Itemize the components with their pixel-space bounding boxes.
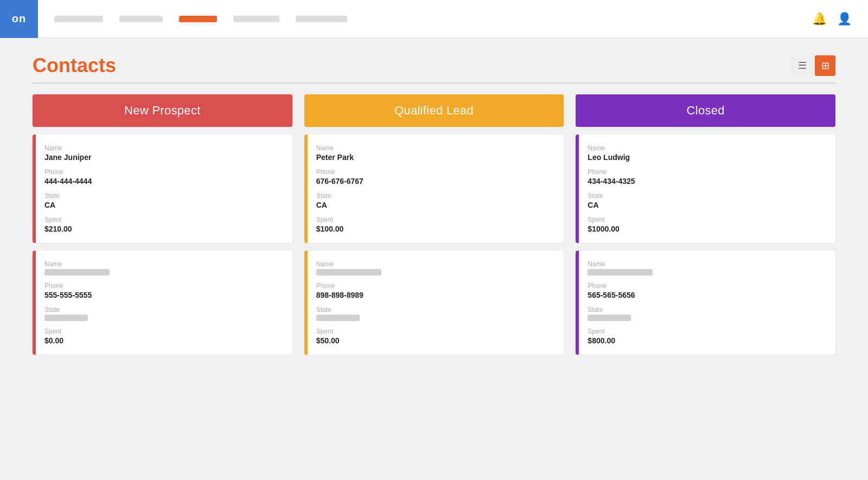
spent-label: Spent — [588, 216, 826, 223]
card-state-field: State CA — [316, 192, 554, 209]
name-label: Name — [588, 144, 826, 152]
phone-label: Phone — [316, 168, 554, 176]
card-spent-field: Spent $1000.00 — [588, 216, 826, 233]
phone-value: 555-555-5555 — [44, 291, 283, 299]
nav-items — [38, 16, 812, 22]
card-state-field: State CA — [44, 192, 283, 209]
column-header-qualified-lead[interactable]: Qualified Lead — [304, 94, 564, 127]
card-phone-field: Phone 444-444-4444 — [44, 168, 283, 185]
card-name-field: Name — [44, 260, 283, 276]
nav-item-5[interactable] — [296, 16, 347, 22]
phone-value: 565-565-5656 — [588, 291, 826, 299]
logo[interactable]: on — [0, 0, 38, 38]
name-placeholder — [316, 269, 381, 276]
name-value: Leo Ludwig — [588, 153, 826, 162]
spent-value: $210.00 — [44, 225, 283, 233]
spent-label: Spent — [316, 328, 554, 335]
top-navigation: on 🔔 👤 — [0, 0, 868, 38]
column-header-new-prospect[interactable]: New Prospect — [33, 94, 292, 127]
spent-label: Spent — [44, 328, 283, 335]
spent-label: Spent — [316, 216, 554, 223]
card-spent-field: Spent $50.00 — [316, 328, 554, 345]
phone-label: Phone — [316, 282, 554, 290]
spent-label: Spent — [588, 328, 826, 335]
column-header-closed[interactable]: Closed — [576, 94, 835, 127]
nav-item-1[interactable] — [54, 16, 103, 22]
column-label-new-prospect: New Prospect — [124, 104, 201, 118]
phone-value: 676-676-6767 — [316, 177, 554, 185]
list-view-button[interactable]: ☰ — [792, 55, 813, 76]
phone-value: 444-444-4444 — [44, 177, 283, 185]
card-name-field: Name — [588, 260, 826, 276]
nav-item-3[interactable] — [179, 16, 217, 22]
nav-icons: 🔔 👤 — [812, 11, 868, 27]
grid-view-button[interactable]: ⊞ — [815, 55, 835, 76]
name-label: Name — [316, 144, 554, 152]
state-placeholder — [588, 315, 631, 321]
spent-label: Spent — [44, 216, 283, 223]
card-phone-field: Phone 676-676-6767 — [316, 168, 554, 185]
spent-value: $800.00 — [588, 336, 826, 345]
state-label: State — [316, 306, 554, 313]
state-placeholder — [316, 315, 360, 321]
phone-value: 898-898-8989 — [316, 291, 554, 299]
spent-value: $1000.00 — [588, 225, 826, 233]
state-placeholder — [44, 315, 88, 321]
card-state-field: State CA — [588, 192, 826, 209]
column-qualified-lead: Qualified Lead Name Peter Park Phone 676… — [304, 94, 564, 362]
state-label: State — [588, 306, 826, 313]
card-phone-field: Phone 555-555-5555 — [44, 282, 283, 299]
state-value: CA — [316, 201, 554, 209]
phone-value: 434-434-4325 — [588, 177, 826, 185]
name-label: Name — [44, 260, 283, 268]
card-jane-juniper[interactable]: Name Jane Juniper Phone 444-444-4444 Sta… — [33, 135, 292, 243]
state-value: CA — [588, 201, 826, 209]
card-phone-field: Phone 565-565-5656 — [588, 282, 826, 299]
card-placeholder-3[interactable]: Name Phone 565-565-5656 State Spent $800… — [576, 251, 835, 355]
phone-label: Phone — [588, 168, 826, 176]
page-title: Contacts — [33, 54, 116, 77]
name-placeholder — [588, 269, 653, 276]
card-name-field: Name Leo Ludwig — [588, 144, 826, 162]
card-name-field: Name Jane Juniper — [44, 144, 283, 162]
view-toggle-group: ☰ ⊞ — [792, 55, 835, 76]
card-placeholder-1[interactable]: Name Phone 555-555-5555 State Spent $0.0… — [33, 251, 292, 355]
name-label: Name — [588, 260, 826, 268]
phone-label: Phone — [44, 282, 283, 290]
notification-icon[interactable]: 🔔 — [812, 11, 827, 27]
nav-item-4[interactable] — [233, 16, 279, 22]
card-phone-field: Phone 434-434-4325 — [588, 168, 826, 185]
state-label: State — [588, 192, 826, 200]
nav-item-2[interactable] — [119, 16, 163, 22]
column-label-closed: Closed — [687, 104, 725, 118]
card-leo-ludwig[interactable]: Name Leo Ludwig Phone 434-434-4325 State… — [576, 135, 835, 243]
spent-value: $50.00 — [316, 336, 554, 345]
column-label-qualified-lead: Qualified Lead — [394, 104, 474, 118]
card-spent-field: Spent $100.00 — [316, 216, 554, 233]
state-label: State — [44, 192, 283, 200]
card-name-field: Name — [316, 260, 554, 276]
name-label: Name — [316, 260, 554, 268]
card-spent-field: Spent $800.00 — [588, 328, 826, 345]
card-spent-field: Spent $210.00 — [44, 216, 283, 233]
column-new-prospect: New Prospect Name Jane Juniper Phone 444… — [33, 94, 292, 362]
card-state-field: State — [44, 306, 283, 321]
main-content: Contacts ☰ ⊞ New Prospect Name Jane Juni… — [0, 38, 868, 480]
name-placeholder — [44, 269, 110, 276]
state-label: State — [44, 306, 283, 313]
state-label: State — [316, 192, 554, 200]
state-value: CA — [44, 201, 283, 209]
card-spent-field: Spent $0.00 — [44, 328, 283, 345]
logo-text: on — [12, 12, 26, 25]
card-peter-park[interactable]: Name Peter Park Phone 676-676-6767 State… — [304, 135, 564, 243]
phone-label: Phone — [588, 282, 826, 290]
card-state-field: State — [588, 306, 826, 321]
name-value: Peter Park — [316, 153, 554, 162]
column-closed: Closed Name Leo Ludwig Phone 434-434-432… — [576, 94, 835, 362]
phone-label: Phone — [44, 168, 283, 176]
card-placeholder-2[interactable]: Name Phone 898-898-8989 State Spent $50.… — [304, 251, 564, 355]
spent-value: $0.00 — [44, 336, 283, 345]
page-divider — [33, 82, 835, 84]
name-value: Jane Juniper — [44, 153, 283, 162]
user-avatar-icon[interactable]: 👤 — [837, 11, 852, 27]
